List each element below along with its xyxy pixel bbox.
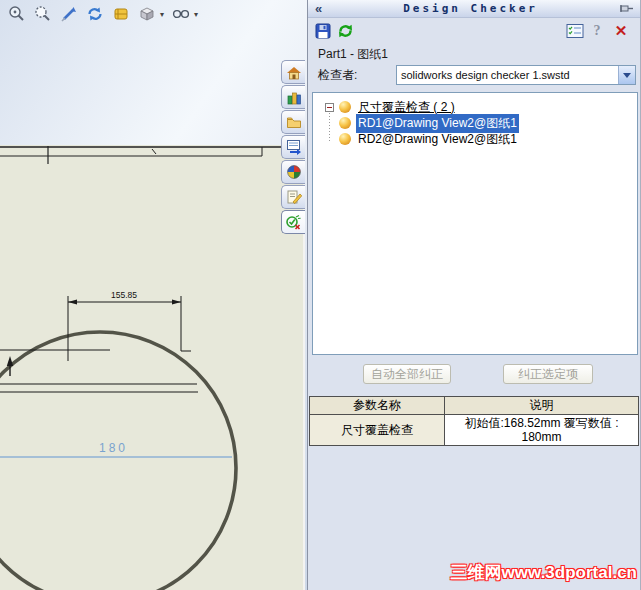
table-header-parameter: 参数名称 <box>310 397 445 415</box>
panel-title: Design Checker <box>322 2 619 15</box>
parameter-description-cell: 初始值:168.52mm 覆写数值 : 180mm <box>445 415 639 446</box>
color-sphere-icon <box>286 164 302 180</box>
tree-connector-line <box>329 113 330 143</box>
panel-toolbar: ? ✕ <box>308 19 640 45</box>
display-style-icon[interactable] <box>170 4 192 24</box>
graphics-viewport[interactable]: 155.85 180 <box>0 0 307 590</box>
table-header-row: 参数名称 说明 <box>310 397 639 415</box>
close-icon[interactable]: ✕ <box>612 22 630 40</box>
parameter-name-cell: 尺寸覆盖检查 <box>310 415 445 446</box>
checklist-options-icon[interactable] <box>566 22 584 40</box>
pin-icon[interactable] <box>619 3 634 14</box>
panel-titlebar: « Design Checker <box>308 0 640 18</box>
tab-view-palette[interactable] <box>281 135 305 159</box>
checker-row: 检查者: solidworks design checker 1.swstd <box>318 65 636 85</box>
tab-design-library[interactable] <box>281 85 305 109</box>
warning-ball-icon <box>339 117 351 129</box>
checker-standard-value: solidworks design checker 1.swstd <box>397 69 618 81</box>
books-icon <box>286 90 302 105</box>
save-report-icon[interactable] <box>314 22 332 40</box>
tab-file-explorer[interactable] <box>281 110 305 134</box>
rerun-checks-icon[interactable] <box>336 22 354 40</box>
rotate-view-icon[interactable] <box>84 4 106 24</box>
tree-expander-icon[interactable] <box>325 103 334 112</box>
dimension-secondary-value: 155.85 <box>111 290 137 300</box>
table-row: 尺寸覆盖检查 初始值:168.52mm 覆写数值 : 180mm <box>310 415 639 446</box>
zoom-in-icon[interactable] <box>6 4 28 24</box>
document-label: Part1 - 图纸1 <box>318 46 388 63</box>
fix-selected-button[interactable]: 纠正选定项 <box>503 364 593 384</box>
tree-item-rd2[interactable]: RD2@Drawing View2@图纸1 <box>339 131 637 147</box>
results-tree[interactable]: 尺寸覆盖检查 ( 2 ) RD1@Drawing View2@图纸1 RD2@D… <box>312 92 638 355</box>
design-checker-panel: « Design Checker ? ✕ Part1 - 图纸1 检查者: so… <box>307 0 641 590</box>
tab-appearances-scenes[interactable] <box>281 160 305 184</box>
drawing-geometry: 155.85 180 <box>0 0 307 590</box>
tree-item-rd2-label[interactable]: RD2@Drawing View2@图纸1 <box>356 130 519 149</box>
document-pencil-icon <box>286 189 302 205</box>
tab-solidworks-resources[interactable] <box>281 60 305 84</box>
sheet-zone-mark <box>152 149 156 154</box>
design-checker-icon <box>285 214 302 230</box>
watermark-text: 三维网www.3dportal.cn <box>451 561 637 584</box>
view-palette-icon <box>286 139 302 155</box>
view-orientation-icon[interactable] <box>136 4 158 24</box>
display-style-dropdown-caret[interactable]: ▾ <box>194 10 198 19</box>
pan-tool-icon[interactable] <box>110 4 132 24</box>
task-pane-tab-strip <box>281 60 305 234</box>
view-toolbar: ▾ ▾ <box>6 4 200 24</box>
parameter-table: 参数名称 说明 尺寸覆盖检查 初始值:168.52mm 覆写数值 : 180mm <box>309 396 639 446</box>
dimension-override-value: 180 <box>99 441 128 455</box>
checker-label: 检查者: <box>318 67 396 84</box>
table-header-description: 说明 <box>445 397 639 415</box>
view-orientation-dropdown-caret[interactable]: ▾ <box>160 10 164 19</box>
leader-arrow-up[interactable] <box>7 356 13 376</box>
folder-icon <box>286 115 302 129</box>
warning-ball-icon <box>339 101 351 113</box>
tab-custom-properties[interactable] <box>281 185 305 209</box>
dimension-override-selected[interactable]: 180 <box>0 441 232 457</box>
auto-fix-all-button[interactable]: 自动全部纠正 <box>363 364 451 384</box>
drawing-circle[interactable] <box>0 332 236 590</box>
chevron-down-icon[interactable] <box>618 66 635 84</box>
home-icon <box>286 65 302 80</box>
checker-standard-combobox[interactable]: solidworks design checker 1.swstd <box>396 65 636 85</box>
tab-design-checker[interactable] <box>281 210 305 234</box>
zoom-pen-icon[interactable] <box>58 4 80 24</box>
collapse-panel-button[interactable]: « <box>315 2 322 16</box>
warning-ball-icon <box>339 133 351 145</box>
help-icon[interactable]: ? <box>588 22 606 40</box>
zoom-area-icon[interactable] <box>32 4 54 24</box>
